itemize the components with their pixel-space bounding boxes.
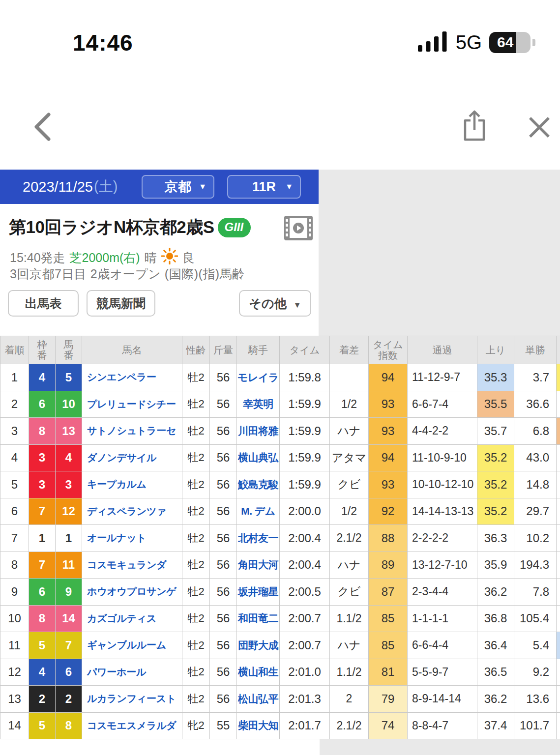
carried-weight: 56 [210, 498, 237, 525]
jockey-link[interactable]: 松山弘平 [237, 686, 280, 713]
time-index: 93 [369, 391, 408, 418]
horse-name-link[interactable]: パワーホール [82, 659, 182, 686]
table-row: 8 7 11 コスモキュランダ 牡2 56 角田大河 2:00.4 ハナ 89 … [0, 552, 560, 579]
jockey-link[interactable]: 団野大成 [237, 632, 280, 659]
close-button[interactable] [527, 115, 552, 141]
passing-order: 10-10-12-10 [408, 471, 477, 498]
jockey-link[interactable]: 坂井瑠星 [237, 579, 280, 606]
horse-number: 14 [56, 605, 82, 632]
frame-number: 7 [29, 552, 56, 579]
horse-name-link[interactable]: ギャンブルルーム [82, 632, 182, 659]
finish-position: 11 [0, 632, 29, 659]
margin: 2.1/2 [330, 712, 369, 739]
passing-order: 6-6-7-4 [408, 391, 477, 418]
venue-dropdown-value: 京都 [165, 178, 191, 196]
horse-name-link[interactable]: ルカランフィースト [82, 686, 182, 713]
race-number-dropdown-value: 11R [252, 179, 276, 195]
last-3f: 37.4 [477, 712, 514, 739]
finish-time: 2:01.3 [280, 686, 330, 713]
table-row: 14 5 8 コスモエスメラルダ 牝2 55 柴田大知 2:01.7 2.1/2… [0, 712, 560, 739]
race-conditions-line1: 15:40発走 芝2000m(右) 晴 良 [10, 248, 195, 267]
popularity [557, 659, 560, 686]
col-header-horse-no: 馬 番 [56, 336, 82, 364]
horse-name-link[interactable]: サトノシュトラーセ [82, 418, 182, 445]
horse-name-link[interactable]: コスモキュランダ [82, 552, 182, 579]
chevron-down-icon: ▼ [199, 182, 206, 191]
horse-name-link[interactable]: カズゴルティス [82, 605, 182, 632]
horse-number: 3 [56, 471, 82, 498]
carried-weight: 56 [210, 364, 237, 391]
horse-name-link[interactable]: キープカルム [82, 471, 182, 498]
time-index: 93 [369, 471, 408, 498]
jockey-link[interactable]: 横山和生 [237, 659, 280, 686]
horse-name-link[interactable]: シンエンペラー [82, 364, 182, 391]
horse-number: 10 [56, 391, 82, 418]
last-3f: 36.2 [477, 686, 514, 713]
margin: アタマ [330, 444, 369, 471]
jockey-link[interactable]: モレイラ [237, 364, 280, 391]
sex-age: 牡2 [182, 605, 210, 632]
table-row: 4 3 4 ダノンデサイル 牡2 56 横山典弘 1:59.9 アタマ 94 1… [0, 444, 560, 471]
passing-order: 11-12-9-7 [408, 364, 477, 391]
finish-position: 1 [0, 364, 29, 391]
margin: ハナ [330, 552, 369, 579]
entry-table-button[interactable]: 出馬表 [8, 290, 79, 317]
passing-order: 1-1-1-1 [408, 605, 477, 632]
carried-weight: 56 [210, 444, 237, 471]
frame-number: 7 [29, 498, 56, 525]
finish-position: 7 [0, 525, 29, 552]
battery-percent: 64 [489, 32, 522, 53]
jockey-link[interactable]: M. デム [237, 498, 280, 525]
racing-newspaper-button[interactable]: 競馬新聞 [87, 290, 155, 317]
jockey-link[interactable]: 北村友一 [237, 525, 280, 552]
popularity [557, 712, 560, 739]
passing-order: 11-10-9-10 [408, 444, 477, 471]
venue-dropdown[interactable]: 京都 ▼ [142, 175, 214, 199]
col-header-last3f: 上り [477, 336, 514, 364]
results-table: 着順 枠 番 馬 番 馬名 性齢 斤量 騎手 タイム 着差 タイム 指数 通過 … [0, 336, 560, 739]
margin: クビ [330, 471, 369, 498]
sex-age: 牡2 [182, 364, 210, 391]
share-button[interactable] [462, 109, 487, 144]
weekday-text: (土) [94, 177, 118, 197]
jockey-link[interactable]: 和田竜二 [237, 605, 280, 632]
video-icon [284, 234, 313, 242]
jockey-link[interactable]: 柴田大知 [237, 712, 280, 739]
table-row: 11 5 7 ギャンブルルーム 牡2 56 団野大成 2:00.7 ハナ 85 … [0, 632, 560, 659]
frame-number: 5 [29, 632, 56, 659]
jockey-link[interactable]: 幸英明 [237, 391, 280, 418]
horse-name-link[interactable]: ダノンデサイル [82, 444, 182, 471]
win-odds: 10.2 [514, 525, 557, 552]
jockey-link[interactable]: 川田将雅 [237, 418, 280, 445]
going-label: 良 [182, 250, 195, 266]
jockey-link[interactable]: 横山典弘 [237, 444, 280, 471]
col-header-passing: 通過 [408, 336, 477, 364]
finish-position: 12 [0, 659, 29, 686]
horse-number: 4 [56, 444, 82, 471]
results-table-scroll-area[interactable]: 着順 枠 番 馬 番 馬名 性齢 斤量 騎手 タイム 着差 タイム 指数 通過 … [0, 336, 560, 739]
jockey-link[interactable]: 角田大河 [237, 552, 280, 579]
time-index: 93 [369, 418, 408, 445]
race-number-dropdown[interactable]: 11R ▼ [227, 175, 301, 199]
horse-name-link[interactable]: コスモエスメラルダ [82, 712, 182, 739]
horse-name-link[interactable]: ディスペランツァ [82, 498, 182, 525]
win-odds: 3.7 [514, 364, 557, 391]
last-3f: 36.3 [477, 525, 514, 552]
race-video-button[interactable] [284, 216, 313, 240]
win-odds: 5.4 [514, 632, 557, 659]
time-index: 94 [369, 444, 408, 471]
jockey-link[interactable]: 鮫島克駿 [237, 471, 280, 498]
horse-name-link[interactable]: プレリュードシチー [82, 391, 182, 418]
horse-name-link[interactable]: ホウオウプロサンゲ [82, 579, 182, 606]
sun-icon [161, 248, 178, 267]
passing-order: 2-3-4-4 [408, 579, 477, 606]
other-menu-button[interactable]: その他▼ [239, 290, 311, 317]
page-background-bottom [320, 739, 560, 755]
horse-name-link[interactable]: オールナット [82, 525, 182, 552]
browser-nav-bar [0, 64, 560, 170]
back-button[interactable] [32, 112, 52, 143]
finish-time: 1:59.9 [280, 444, 330, 471]
horse-number: 8 [56, 712, 82, 739]
passing-order: 13-12-7-10 [408, 552, 477, 579]
frame-number: 5 [29, 712, 56, 739]
